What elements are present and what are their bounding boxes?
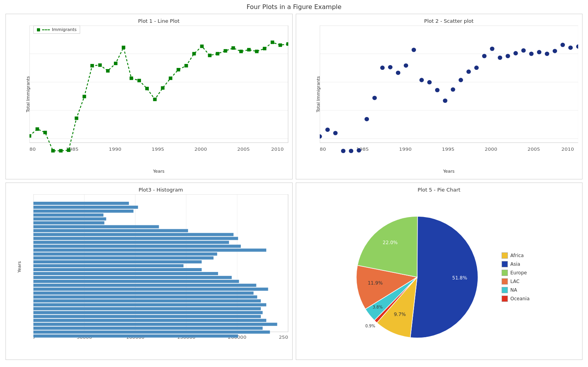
svg-rect-30 [137, 79, 141, 82]
svg-point-68 [333, 131, 337, 135]
svg-point-76 [396, 71, 400, 75]
svg-point-97 [560, 43, 564, 47]
svg-point-92 [521, 48, 526, 53]
svg-point-84 [458, 78, 463, 82]
svg-point-67 [325, 128, 330, 132]
plot5-content: 51.8%9.7%0.9%3.8%11.9%22.0% AfricaAsiaEu… [300, 187, 579, 356]
svg-rect-152 [33, 330, 270, 334]
svg-rect-29 [130, 77, 133, 80]
svg-rect-144 [33, 303, 266, 306]
svg-rect-33 [161, 86, 165, 90]
svg-text:0.9%: 0.9% [365, 324, 375, 328]
svg-rect-126 [33, 245, 241, 248]
svg-rect-19 [51, 149, 55, 153]
plot1-x-label: Years [153, 169, 165, 174]
svg-point-66 [320, 134, 322, 139]
svg-rect-140 [33, 292, 253, 295]
svg-rect-18 [43, 131, 47, 134]
svg-text:11.9%: 11.9% [368, 280, 383, 286]
svg-point-77 [403, 63, 408, 68]
svg-rect-117 [33, 217, 106, 221]
svg-rect-46 [263, 47, 266, 50]
svg-point-86 [474, 66, 478, 70]
svg-point-94 [537, 50, 541, 54]
svg-rect-150 [33, 323, 277, 326]
svg-rect-114 [33, 206, 138, 209]
svg-point-87 [482, 54, 486, 58]
svg-point-96 [552, 49, 557, 53]
svg-rect-16 [29, 134, 31, 138]
svg-point-95 [545, 52, 549, 56]
svg-rect-23 [82, 95, 86, 98]
legend-label: Africa [510, 253, 524, 258]
svg-point-71 [357, 148, 361, 153]
svg-rect-24 [90, 64, 94, 68]
svg-rect-35 [177, 68, 180, 71]
svg-rect-139 [33, 288, 268, 291]
svg-rect-47 [271, 40, 274, 44]
legend-swatch [502, 278, 508, 285]
plot5-title: Plot 5 - Pie Chart [296, 187, 583, 193]
legend-swatch [502, 270, 508, 276]
plot3-y-label: Years [17, 261, 22, 272]
svg-rect-48 [278, 44, 282, 47]
legend-label: Oceania [510, 296, 529, 301]
svg-point-93 [529, 52, 533, 56]
svg-point-79 [419, 78, 423, 82]
svg-rect-124 [33, 241, 229, 244]
svg-rect-135 [33, 276, 232, 279]
svg-rect-133 [33, 268, 201, 271]
svg-rect-127 [33, 248, 266, 252]
plot3-bars-overlay: 1980198519901995200020052010 [33, 201, 288, 338]
svg-rect-130 [33, 260, 201, 263]
legend-label: Europe [510, 270, 527, 276]
svg-rect-21 [67, 148, 70, 152]
svg-rect-28 [122, 46, 125, 49]
svg-rect-17 [35, 127, 39, 131]
plot1-legend-label: Immigrants [52, 27, 77, 32]
svg-text:51.8%: 51.8% [452, 275, 467, 281]
svg-point-69 [341, 149, 345, 153]
plot2-x-label: Years [443, 169, 454, 174]
svg-rect-22 [75, 117, 78, 120]
pie-legend-item: NA [502, 287, 529, 293]
plot1-legend-line [42, 29, 50, 30]
svg-rect-45 [255, 50, 258, 53]
legend-label: NA [510, 287, 517, 293]
svg-rect-122 [33, 233, 234, 236]
plot5-svg: 51.8%9.7%0.9%3.8%11.9%22.0% [348, 204, 494, 350]
svg-rect-26 [106, 69, 110, 73]
svg-point-99 [576, 44, 578, 49]
svg-rect-115 [33, 210, 134, 213]
legend-swatch [502, 296, 508, 302]
plot1-legend-dot [37, 28, 40, 31]
svg-point-88 [490, 47, 494, 51]
svg-point-70 [349, 149, 353, 153]
svg-rect-27 [114, 62, 117, 65]
svg-rect-146 [33, 311, 263, 314]
svg-rect-44 [247, 48, 251, 51]
svg-rect-118 [33, 221, 104, 225]
pie-legend-item: Asia [502, 261, 529, 267]
svg-rect-38 [200, 44, 203, 48]
svg-point-74 [380, 66, 384, 70]
legend-swatch [502, 252, 508, 259]
plot3-area: Years 0 50000 100000 150000 200000 25000… [33, 194, 288, 340]
svg-rect-112 [33, 202, 129, 205]
svg-point-81 [435, 88, 439, 92]
svg-rect-34 [169, 77, 172, 80]
legend-label: LAC [510, 279, 519, 284]
svg-point-73 [372, 96, 377, 100]
svg-rect-145 [33, 307, 261, 310]
svg-text:9.7%: 9.7% [394, 312, 406, 317]
plot3-container: Plot3 - Histogram Years 0 50000 100000 1… [5, 183, 293, 360]
svg-rect-121 [33, 229, 188, 232]
svg-rect-147 [33, 315, 261, 318]
svg-point-72 [365, 117, 369, 121]
plot5-legend: AfricaAsiaEuropeLACNAOceania [502, 252, 529, 302]
svg-text:3.8%: 3.8% [373, 305, 383, 309]
plot2-scatter-overlay [320, 33, 579, 158]
svg-point-75 [388, 65, 392, 69]
page-title: Four Plots in a Figure Example [0, 0, 588, 12]
svg-point-89 [498, 55, 502, 60]
